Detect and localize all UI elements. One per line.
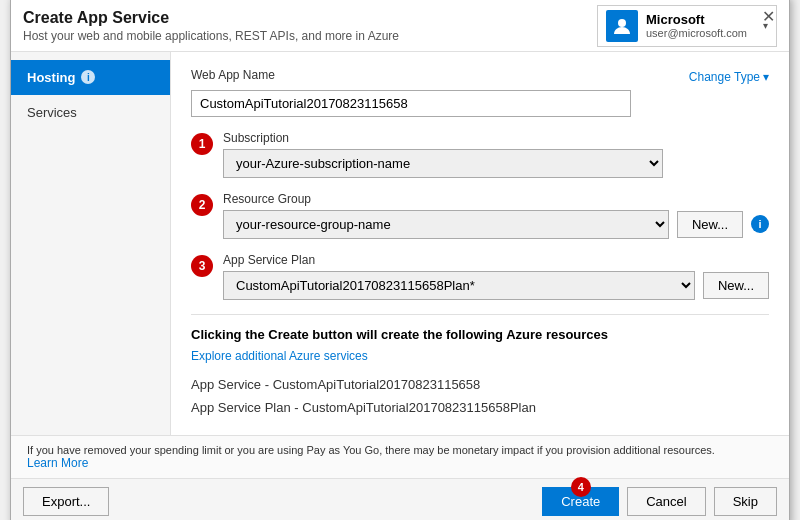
subscription-row: 1 Subscription your-Azure-subscription-n… <box>191 131 769 178</box>
footer-info: If you have removed your spending limit … <box>11 435 789 478</box>
dropdown-icon: ▾ <box>763 70 769 84</box>
subscription-content: Subscription your-Azure-subscription-nam… <box>223 131 769 178</box>
resource-group-info-icon[interactable]: i <box>751 215 769 233</box>
sidebar-item-services[interactable]: Services <box>11 95 170 130</box>
svg-point-0 <box>618 19 626 27</box>
resource-group-content: Resource Group your-resource-group-name … <box>223 192 769 239</box>
app-service-plan-input-row: CustomApiTutorial20170823115658Plan* New… <box>223 271 769 300</box>
app-service-plan-row: 3 App Service Plan CustomApiTutorial2017… <box>191 253 769 300</box>
resource-group-select[interactable]: your-resource-group-name <box>223 210 669 239</box>
subscription-label: Subscription <box>223 131 769 145</box>
close-button[interactable]: ✕ <box>756 5 781 28</box>
account-info: Microsoft user@microsoft.com <box>646 12 755 39</box>
web-app-name-header: Web App Name Change Type ▾ <box>191 68 769 86</box>
footer-text: If you have removed your spending limit … <box>27 444 715 456</box>
dialog-subtitle: Host your web and mobile applications, R… <box>23 29 399 43</box>
step-1-badge: 1 <box>191 133 213 155</box>
dialog-body: Hosting i Services Web App Name Change T… <box>11 52 789 435</box>
create-app-service-dialog: Create App Service Host your web and mob… <box>10 0 790 520</box>
services-label: Services <box>27 105 77 120</box>
resource-group-new-button[interactable]: New... <box>677 211 743 238</box>
step-2-badge: 2 <box>191 194 213 216</box>
resource-item-2: App Service Plan - CustomApiTutorial2017… <box>191 396 769 419</box>
export-button[interactable]: Export... <box>23 487 109 516</box>
resource-group-input-row: your-resource-group-name New... i <box>223 210 769 239</box>
hosting-label: Hosting <box>27 70 75 85</box>
learn-more-link[interactable]: Learn More <box>27 456 88 470</box>
sidebar: Hosting i Services <box>11 52 171 435</box>
skip-button[interactable]: Skip <box>714 487 777 516</box>
resources-section: Clicking the Create button will create t… <box>191 314 769 419</box>
app-service-plan-content: App Service Plan CustomApiTutorial201708… <box>223 253 769 300</box>
explore-link[interactable]: Explore additional Azure services <box>191 349 368 363</box>
dialog-title: Create App Service <box>23 9 399 27</box>
web-app-name-input[interactable] <box>191 90 631 117</box>
app-service-plan-new-button[interactable]: New... <box>703 272 769 299</box>
step-4-badge: 4 <box>571 477 591 497</box>
web-app-name-group: Web App Name Change Type ▾ <box>191 68 769 117</box>
info-icon: i <box>81 70 95 84</box>
bottom-left: Export... <box>23 487 109 516</box>
account-name: Microsoft <box>646 12 755 27</box>
app-service-plan-label: App Service Plan <box>223 253 769 267</box>
account-email: user@microsoft.com <box>646 27 755 39</box>
bottom-right: 4 Create Cancel Skip <box>542 487 777 516</box>
web-app-name-label: Web App Name <box>191 68 275 82</box>
title-section: Create App Service Host your web and mob… <box>23 9 399 43</box>
title-bar: Create App Service Host your web and mob… <box>11 0 789 52</box>
resources-title: Clicking the Create button will create t… <box>191 327 769 342</box>
resource-group-row: 2 Resource Group your-resource-group-nam… <box>191 192 769 239</box>
subscription-select[interactable]: your-Azure-subscription-name <box>223 149 663 178</box>
change-type-link[interactable]: Change Type ▾ <box>689 70 769 84</box>
avatar <box>606 10 638 42</box>
account-box[interactable]: Microsoft user@microsoft.com ▾ <box>597 5 777 47</box>
create-container: 4 Create <box>542 487 619 516</box>
bottom-bar: Export... 4 Create Cancel Skip <box>11 478 789 521</box>
cancel-button[interactable]: Cancel <box>627 487 705 516</box>
resource-item-1: App Service - CustomApiTutorial201708231… <box>191 373 769 396</box>
main-content: Web App Name Change Type ▾ 1 Subscriptio… <box>171 52 789 435</box>
resource-group-label: Resource Group <box>223 192 769 206</box>
sidebar-item-hosting[interactable]: Hosting i <box>11 60 170 95</box>
step-3-badge: 3 <box>191 255 213 277</box>
app-service-plan-select[interactable]: CustomApiTutorial20170823115658Plan* <box>223 271 695 300</box>
